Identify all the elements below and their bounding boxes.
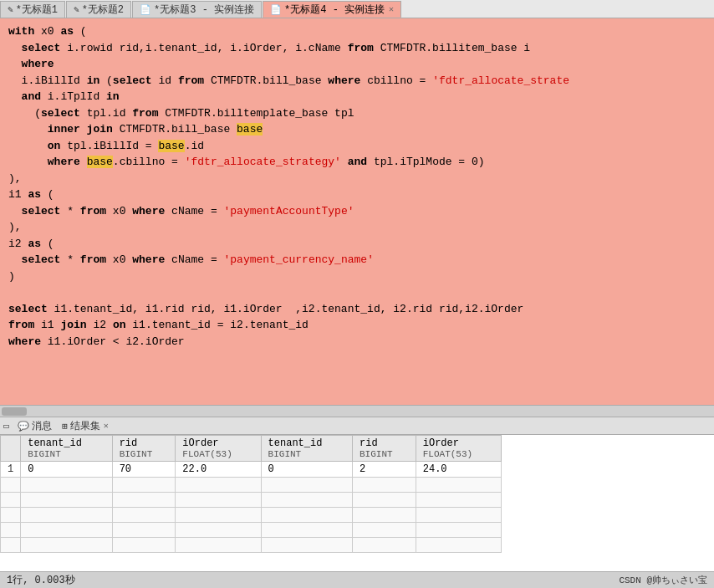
- tab-untitled3[interactable]: 📄 *无标题3 - 实例连接: [132, 1, 262, 18]
- results-table-container[interactable]: tenant_id BIGINT rid BIGINT iOrder FLOAT…: [0, 435, 714, 571]
- tab-label-4: *无标题4 - 实例连接: [284, 3, 385, 17]
- hscroll-thumb[interactable]: [2, 407, 27, 416]
- table-row-empty-1: [1, 478, 502, 493]
- message-icon: 💬: [18, 421, 29, 432]
- tab-label-3: *无标题3 - 实例连接: [154, 3, 254, 17]
- tab-untitled2[interactable]: ✎ *无标题2: [66, 1, 131, 18]
- panel-collapse-icon[interactable]: ▭: [3, 420, 9, 432]
- bottom-panel-tabs: ▭ 💬 消息 ⊞ 结果集 ✕: [0, 417, 714, 435]
- table-row-empty-3: [1, 508, 502, 523]
- panel-tab-messages[interactable]: 💬 消息: [13, 417, 57, 435]
- status-left: 1行, 0.003秒: [7, 573, 75, 587]
- file-icon-1: ✎: [8, 4, 13, 15]
- tab-label-1: *无标题1: [16, 3, 58, 17]
- panel-tab-results-close[interactable]: ✕: [104, 421, 109, 431]
- cell-tenant-id-2: 0: [261, 462, 352, 478]
- code-editor[interactable]: with x0 as ( select i.rowid rid,i.tenant…: [0, 18, 714, 405]
- tab-close-4[interactable]: ✕: [389, 4, 394, 14]
- tab-untitled4[interactable]: 📄 *无标题4 - 实例连接 ✕: [263, 1, 401, 18]
- status-right: CSDN @帅ちぃさい宝: [619, 574, 707, 586]
- table-row-empty-4: [1, 523, 502, 538]
- file-icon-4: 📄: [270, 4, 282, 15]
- col-header-rid-2: rid BIGINT: [353, 436, 416, 462]
- col-header-rid-1: rid BIGINT: [112, 436, 176, 462]
- panel-tab-results-label: 结果集: [70, 419, 100, 433]
- col-header-iorder-1: iOrder FLOAT(53): [176, 436, 261, 462]
- cell-rid-1: 70: [112, 462, 176, 478]
- results-icon: ⊞: [62, 421, 68, 432]
- cell-rid-2: 2: [353, 462, 416, 478]
- col-header-tenant-id-2: tenant_id BIGINT: [261, 436, 352, 462]
- tab-label-2: *无标题2: [82, 3, 124, 17]
- col-header-tenant-id-1: tenant_id BIGINT: [21, 436, 112, 462]
- tab-bar: ✎ *无标题1 ✎ *无标题2 📄 *无标题3 - 实例连接 📄 *无标题4 -…: [0, 0, 714, 18]
- status-bar: 1行, 0.003秒 CSDN @帅ちぃさい宝: [0, 571, 714, 588]
- row-number-1: 1: [1, 462, 21, 478]
- cell-iorder-1: 22.0: [176, 462, 261, 478]
- file-icon-2: ✎: [74, 4, 79, 15]
- col-header-iorder-2: iOrder FLOAT(53): [416, 436, 501, 462]
- table-row-empty-5: [1, 538, 502, 553]
- results-table: tenant_id BIGINT rid BIGINT iOrder FLOAT…: [0, 435, 502, 553]
- file-icon-3: 📄: [140, 4, 151, 15]
- cell-iorder-2: 24.0: [416, 462, 501, 478]
- tab-untitled1[interactable]: ✎ *无标题1: [0, 1, 65, 18]
- horizontal-scrollbar[interactable]: [0, 405, 714, 417]
- panel-tab-results[interactable]: ⊞ 结果集 ✕: [57, 417, 114, 435]
- table-row-empty-2: [1, 493, 502, 508]
- col-header-rownum: [1, 436, 21, 462]
- cell-tenant-id-1: 0: [21, 462, 112, 478]
- table-row: 1 0 70 22.0 0 2 24.0: [1, 462, 502, 478]
- panel-tab-messages-label: 消息: [32, 419, 52, 433]
